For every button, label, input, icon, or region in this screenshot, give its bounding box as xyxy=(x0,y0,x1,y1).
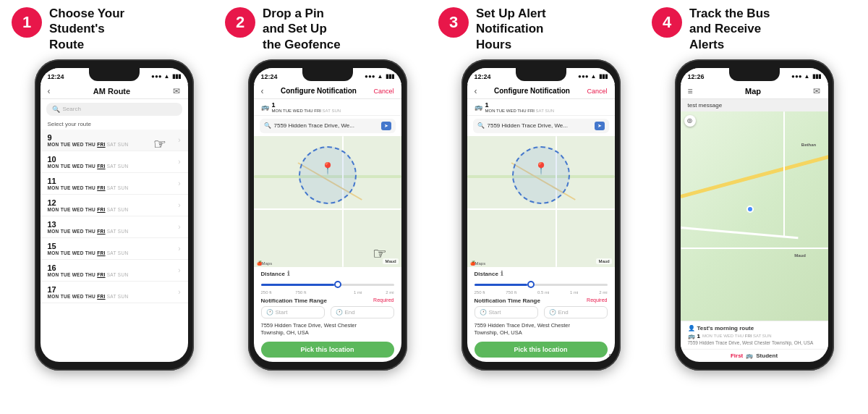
search-icon-3: 🔍 xyxy=(477,122,485,129)
wifi-icon-2: ▲ xyxy=(378,73,383,80)
route-info-bus-row: 🚌 1 MON TUE WED THU FRI SAT SUN xyxy=(688,333,821,339)
route-item-12[interactable]: 12 MON TUE WED THU FRI SAT SUN › xyxy=(41,195,188,216)
cancel-btn-2[interactable]: Cancel xyxy=(373,88,393,95)
phone-4-map-header: ≡ Map ✉ xyxy=(681,84,828,99)
back-icon-2[interactable]: ‹ xyxy=(261,86,264,96)
route-badge-num-3: 1 xyxy=(485,101,555,109)
config-title-2: Configure Notification xyxy=(281,87,357,95)
route-item-9[interactable]: 9 MON TUE WED THU FRI SAT SUN › ☞ xyxy=(41,130,188,151)
route-10-num: 10 xyxy=(48,155,129,164)
mail-icon[interactable]: ✉ xyxy=(173,86,180,96)
map-road-3h2 xyxy=(467,208,615,210)
map-header-title: Map xyxy=(745,87,761,96)
route-16-chevron: › xyxy=(178,266,180,274)
route-section-label: Select your route xyxy=(41,119,188,130)
phone-3-full-address: 7559 Hidden Trace Drive, West ChesterTow… xyxy=(467,320,615,339)
phone-2-screen: 12:24 ●●● ▲ ▮▮▮ ‹ Configure Notification… xyxy=(254,68,401,362)
city-maud-label-4: Maud xyxy=(794,253,806,258)
route-13-days: MON TUE WED THU FRI SAT SUN xyxy=(48,229,129,234)
slider-2[interactable] xyxy=(261,279,394,290)
end-time-3[interactable]: 🕐 End xyxy=(544,306,608,318)
mail-icon-4[interactable]: ✉ xyxy=(813,86,820,96)
slider-3[interactable] xyxy=(475,279,608,290)
phone-3-address-bar[interactable]: 🔍 7559 Hidden Trace Drive, We... ➤ xyxy=(473,119,609,133)
route-10-days: MON TUE WED THU FRI SAT SUN xyxy=(48,164,129,169)
battery-icon-3: ▮▮▮ xyxy=(599,73,608,80)
cancel-btn-3[interactable]: Cancel xyxy=(587,88,607,95)
route-item-16[interactable]: 16 MON TUE WED THU FRI SAT SUN › xyxy=(41,260,188,282)
phone-3-notif: Notification Time Range Required 🕐 Start… xyxy=(467,296,615,320)
phone-2-route-badge: 🚌 1 MON TUE WED THU FRI SAT SUN xyxy=(254,99,401,116)
clock-icon-start-3: 🕐 xyxy=(480,309,487,316)
route-item-15[interactable]: 15 MON TUE WED THU FRI SAT SUN › xyxy=(41,238,188,260)
navigate-icon-2: ➤ xyxy=(381,122,391,130)
slider-labels-2: 250 ft750 ft1 mi2 mi xyxy=(261,290,394,295)
route-info-title-4: 👤 Test's morning route xyxy=(688,325,821,331)
pick-btn-2[interactable]: Pick this location xyxy=(261,342,394,358)
navigate-icon-3: ➤ xyxy=(595,122,605,130)
route-item-11[interactable]: 11 MON TUE WED THU FRI SAT SUN › xyxy=(41,173,188,195)
phone-3-status-icons: ●●● ▲ ▮▮▮ xyxy=(578,73,607,80)
bus-icon-4: 🚌 xyxy=(688,333,695,339)
required-text-2: Required xyxy=(373,297,393,304)
phone-1-search-bar[interactable]: 🔍 Search xyxy=(46,103,182,116)
step-4-number: 4 xyxy=(652,7,682,38)
end-time-2[interactable]: 🕐 End xyxy=(331,306,394,318)
hamburger-icon[interactable]: ≡ xyxy=(688,86,693,96)
phone-1-screen: 12:24 ●●● ▲ ▮▮▮ ‹ AM Route ✉ 🔍 Search Se… xyxy=(41,68,188,362)
map-label-maud-3: Maud xyxy=(596,258,611,264)
phone-4-screen: 12:26 ●●● ▲ ▮▮▮ ≡ Map ✉ test message xyxy=(681,68,828,362)
phone-4-full-map[interactable]: Bethan Maud ◎ xyxy=(681,111,828,321)
phone-3-notch xyxy=(516,68,566,81)
route-9-chevron: › xyxy=(178,136,180,144)
step-1: 1 Choose YourStudent'sRoute 12:24 ●●● ▲ … xyxy=(7,6,221,371)
start-time-2[interactable]: 🕐 Start xyxy=(261,306,325,318)
route-13-num: 13 xyxy=(48,220,129,229)
route-15-days: MON TUE WED THU FRI SAT SUN xyxy=(48,250,129,255)
search-placeholder: Search xyxy=(63,106,81,112)
battery-icon-2: ▮▮▮ xyxy=(386,73,394,80)
start-time-3[interactable]: 🕐 Start xyxy=(475,306,538,318)
route-15-chevron: › xyxy=(178,245,180,253)
phone-2-notif: Notification Time Range Required 🕐 Start… xyxy=(254,296,401,320)
phone-1-status-icons: ●●● ▲ ▮▮▮ xyxy=(151,73,180,80)
time-fields-2: 🕐 Start 🕐 End xyxy=(261,306,394,318)
battery-icon-4: ▮▮▮ xyxy=(812,73,821,80)
route-item-10[interactable]: 10 MON TUE WED THU FRI SAT SUN › xyxy=(41,151,188,173)
phone-1-nav-title: AM Route xyxy=(93,87,130,96)
route-item-17[interactable]: 17 MON TUE WED THU FRI SAT SUN › xyxy=(41,282,188,303)
phone-3-distance: Distance ℹ 250 ft750 ft0.5 mi1 mi2 mi xyxy=(467,267,615,296)
first-student-logo: First 🚌 Student xyxy=(681,349,828,362)
end-placeholder-3: End xyxy=(558,309,569,316)
step-1-number: 1 xyxy=(12,7,42,38)
route-badge-days-3: MON TUE WED THU FRI SAT SUN xyxy=(485,109,555,113)
back-icon[interactable]: ‹ xyxy=(48,86,51,96)
route-info-address-4: 7559 Hidden Trace Drive, West Chester To… xyxy=(688,340,821,345)
map-location-btn-4[interactable]: ◎ xyxy=(684,115,696,127)
route-13-chevron: › xyxy=(178,223,180,231)
map-credit-apple-3: 🍎Maps xyxy=(470,261,486,266)
route-12-days: MON TUE WED THU FRI SAT SUN xyxy=(48,207,129,212)
phone-2-map[interactable]: 📍 Maud 🍎Maps ☞ xyxy=(254,136,401,268)
phone-2-address-bar[interactable]: 🔍 7559 Hidden Trace Drive, We... ➤ xyxy=(260,119,396,133)
clock-icon-start-2: 🕐 xyxy=(266,309,273,316)
step-2-number: 2 xyxy=(225,7,255,38)
city-bethan-label: Bethan xyxy=(801,143,816,147)
pick-btn-3[interactable]: Pick this location xyxy=(475,342,608,358)
time-fields-3: 🕐 Start 🕐 End xyxy=(475,306,608,318)
back-icon-3[interactable]: ‹ xyxy=(475,86,477,96)
search-icon-2: 🔍 xyxy=(264,122,271,129)
geofence-circle-3 xyxy=(512,146,570,204)
phone-2: 12:24 ●●● ▲ ▮▮▮ ‹ Configure Notification… xyxy=(248,59,407,371)
route-15-num: 15 xyxy=(48,242,129,250)
route-item-13[interactable]: 13 MON TUE WED THU FRI SAT SUN › xyxy=(41,216,188,238)
step-1-header: 1 Choose YourStudent'sRoute xyxy=(12,6,216,52)
route-16-days: MON TUE WED THU FRI SAT SUN xyxy=(48,272,129,277)
required-text-3: Required xyxy=(587,297,607,304)
phone-3-map[interactable]: 📍 Maud 🍎Maps xyxy=(467,136,615,268)
map-road-4v xyxy=(783,111,785,237)
phone-1-time: 12:24 xyxy=(48,73,64,80)
phone-2-distance: Distance ℹ 250 ft750 ft1 mi2 mi xyxy=(254,267,401,296)
start-placeholder-3: Start xyxy=(489,309,501,316)
distance-label-2: Distance ℹ xyxy=(261,270,394,277)
